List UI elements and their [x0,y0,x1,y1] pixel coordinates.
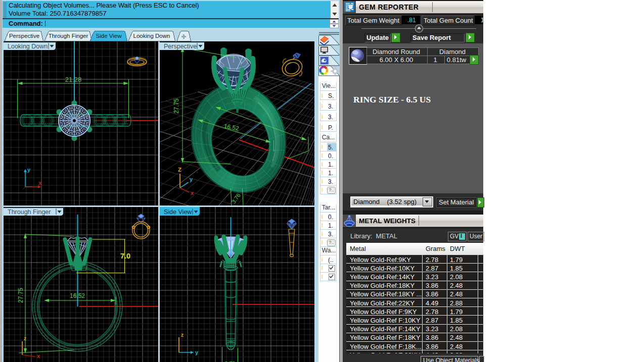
svg-text:27.75: 27.75 [173,98,180,114]
svg-text:Side View: Side View [164,209,192,216]
svg-text:7.0: 7.0 [120,252,130,260]
svg-text:x: x [37,353,40,359]
svg-text:27.75: 27.75 [17,288,24,303]
svg-text:16.52: 16.52 [223,122,240,132]
svg-text:y: y [195,349,199,355]
svg-text:Through Finger: Through Finger [8,209,51,216]
svg-text:y: y [27,167,31,173]
svg-text:3.76: 3.76 [231,192,242,204]
svg-text:16.52: 16.52 [70,292,85,299]
svg-text:x: x [38,180,42,186]
svg-text:Side View: Side View [96,33,122,39]
svg-text:21.28: 21.28 [65,76,82,83]
svg-text:x: x [191,190,194,196]
svg-text:Z: Z [178,167,181,173]
svg-text:z: z [181,332,183,338]
svg-text:z: z [24,336,26,341]
svg-text:Looking Down: Looking Down [8,43,48,50]
svg-text:Perspective: Perspective [9,33,39,39]
svg-text:Through Finger: Through Finger [49,33,88,39]
svg-text:Perspective: Perspective [164,43,197,50]
svg-text:Looking Down: Looking Down [133,33,170,39]
svg-text:y: y [190,176,193,182]
